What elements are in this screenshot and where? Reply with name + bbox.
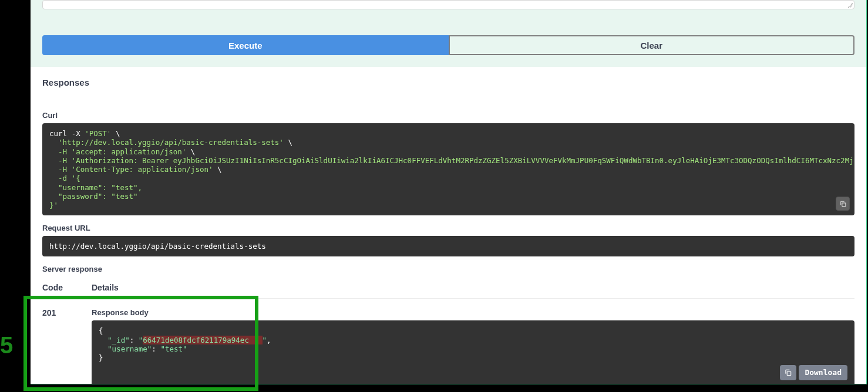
response-body-block: { "_id": "66471de08fdcf621179a94ec ", "u…	[92, 320, 854, 384]
responses-heading: Responses	[42, 77, 854, 87]
svg-rect-1	[788, 371, 791, 375]
request-url-label: Request URL	[42, 224, 854, 232]
clear-button[interactable]: Clear	[449, 35, 855, 55]
step-marker: 5	[0, 332, 18, 359]
request-url-block: http://dev.local.yggio/api/basic-credent…	[42, 236, 854, 256]
request-body-textarea[interactable]	[42, 0, 854, 9]
curl-code-block: curl -X 'POST' \ 'http://dev.local.yggio…	[42, 123, 854, 215]
server-response-label: Server response	[42, 265, 854, 273]
copy-response-button[interactable]	[780, 365, 796, 380]
status-code: 201	[42, 308, 92, 384]
swagger-operation-panel: Execute Clear Responses Curl curl -X 'PO…	[31, 0, 867, 384]
column-header-code: Code	[42, 283, 92, 292]
response-body-label: Response body	[92, 308, 854, 317]
download-button[interactable]: Download	[799, 365, 847, 380]
execute-button[interactable]: Execute	[42, 35, 449, 55]
svg-rect-0	[842, 203, 845, 207]
curl-label: Curl	[42, 111, 854, 120]
copy-curl-button[interactable]	[836, 197, 850, 211]
column-header-details: Details	[92, 283, 854, 292]
